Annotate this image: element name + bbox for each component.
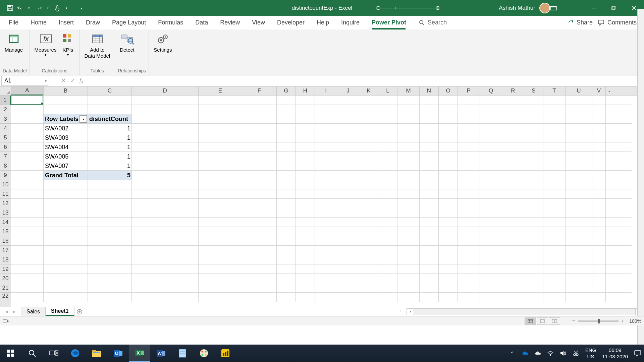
start-button[interactable] (0, 345, 21, 362)
pivot-row-label[interactable]: SWA007 (44, 161, 88, 171)
col-header-n[interactable]: N (420, 86, 439, 95)
file-explorer-icon[interactable] (86, 345, 107, 362)
row-header-15[interactable]: 15 (0, 227, 11, 236)
scroll-up-icon[interactable]: ▴ (606, 86, 612, 95)
cancel-formula-icon[interactable]: ✕ (61, 77, 66, 84)
tab-developer[interactable]: Developer (271, 16, 311, 29)
cells-area[interactable]: Row Labels ▾ distinctCount SWA002 1 SWA0… (11, 96, 644, 307)
share-button[interactable]: Share (568, 19, 593, 26)
name-box[interactable]: A1 ▾ (1, 76, 48, 86)
col-header-h[interactable]: H (296, 86, 315, 95)
formula-input[interactable] (87, 76, 636, 86)
row-header-3[interactable]: 3 (0, 114, 11, 124)
volume-icon[interactable] (560, 350, 567, 357)
excel-icon[interactable]: X (129, 345, 150, 362)
search-taskbar-icon[interactable] (21, 345, 43, 362)
task-view-icon[interactable] (43, 345, 64, 362)
pivot-row-label[interactable]: SWA003 (44, 133, 88, 142)
row-header-21[interactable]: 21 (0, 283, 11, 293)
zoom-level[interactable]: 100% (627, 318, 641, 324)
sheet-nav-next-icon[interactable]: ▸ (13, 308, 15, 315)
row-header-12[interactable]: 12 (0, 199, 11, 208)
col-header-m[interactable]: M (397, 86, 420, 95)
onedrive-icon[interactable] (522, 350, 528, 357)
action-center-icon[interactable] (634, 350, 641, 357)
row-header-14[interactable]: 14 (0, 218, 11, 227)
col-header-d[interactable]: D (132, 86, 199, 95)
sheet-tab-sales[interactable]: Sales (21, 307, 46, 316)
pivot-row-value[interactable]: 1 (88, 161, 132, 171)
measures-button[interactable]: fx Measures▾ (33, 31, 59, 61)
sheet-tab-sheet1[interactable]: Sheet1 (46, 307, 74, 316)
worksheet-grid[interactable]: A B C D E F G H I J K L M N O P Q R S T … (0, 86, 644, 307)
pivot-row-label[interactable]: SWA005 (44, 152, 88, 161)
row-header-1[interactable]: 1 (0, 96, 11, 105)
vertical-scrollbar[interactable]: ▾ (637, 96, 644, 307)
pivot-row-value[interactable]: 1 (88, 124, 132, 133)
touch-dropdown-icon[interactable]: ▾ (63, 5, 70, 11)
col-header-v[interactable]: V (592, 86, 606, 95)
col-header-p[interactable]: P (458, 86, 480, 95)
col-header-a[interactable]: A (11, 86, 44, 95)
qat-customize-icon[interactable]: ▾ (78, 5, 85, 11)
powerbi-icon[interactable] (215, 345, 236, 362)
title-zoom-widget[interactable] (376, 6, 439, 10)
new-sheet-button[interactable] (74, 307, 85, 316)
clock[interactable]: 06:09 11-03-2020 (602, 347, 628, 360)
namebox-dropdown-icon[interactable]: ▾ (45, 79, 47, 83)
row-header-18[interactable]: 18 (0, 255, 11, 264)
zoom-in-button[interactable]: + (621, 318, 625, 324)
horizontal-scrollbar[interactable] (414, 308, 635, 315)
row-header-19[interactable]: 19 (0, 264, 11, 274)
col-header-j[interactable]: J (337, 86, 359, 95)
col-header-i[interactable]: I (315, 86, 337, 95)
settings-button[interactable]: Settings (152, 31, 174, 61)
tab-inquire[interactable]: Inquire (335, 16, 366, 29)
fx-icon[interactable]: fx (79, 77, 84, 84)
hscroll-left-icon[interactable]: ◂ (407, 308, 414, 315)
macro-record-icon[interactable] (3, 318, 9, 324)
kpis-button[interactable]: KPIs▾ (59, 31, 76, 61)
zoom-out-button[interactable]: − (572, 317, 576, 324)
col-header-f[interactable]: F (242, 86, 277, 95)
detect-button[interactable]: Detect (118, 31, 136, 61)
tell-me-search[interactable]: Search (419, 19, 447, 26)
row-header-17[interactable]: 17 (0, 246, 11, 255)
tab-help[interactable]: Help (311, 16, 335, 29)
row-header-10[interactable]: 10 (0, 180, 11, 189)
normal-view-button[interactable] (525, 317, 536, 325)
col-header-t[interactable]: T (543, 86, 566, 95)
row-header-16[interactable]: 16 (0, 236, 11, 246)
row-header-4[interactable]: 4 (0, 124, 11, 133)
tab-insert[interactable]: Insert (53, 16, 80, 29)
maximize-button[interactable] (604, 0, 624, 16)
redo-icon[interactable] (36, 5, 42, 11)
touch-mode-icon[interactable] (54, 5, 61, 11)
row-header-2[interactable]: 2 (0, 105, 11, 114)
outlook-icon[interactable]: O (107, 345, 129, 362)
add-to-data-model-button[interactable]: Add toData Model (82, 31, 112, 61)
select-all-button[interactable] (0, 86, 11, 95)
col-header-u[interactable]: U (566, 86, 592, 95)
pivot-row-value[interactable]: 1 (88, 152, 132, 161)
snip-icon[interactable] (573, 350, 579, 357)
pivot-row-label[interactable]: SWA002 (44, 124, 88, 133)
notepad-icon[interactable] (172, 345, 193, 362)
row-header-20[interactable]: 20 (0, 274, 11, 283)
pivot-row-value[interactable]: 1 (88, 133, 132, 142)
tab-page-layout[interactable]: Page Layout (106, 16, 152, 29)
undo-icon[interactable] (17, 5, 23, 11)
tab-power-pivot[interactable]: Power Pivot (366, 16, 412, 29)
enter-formula-icon[interactable]: ✓ (70, 77, 75, 84)
row-header-9[interactable]: 9 (0, 171, 11, 180)
col-header-s[interactable]: S (524, 86, 543, 95)
row-header-8[interactable]: 8 (0, 161, 11, 171)
row-header-11[interactable]: 11 (0, 189, 11, 199)
pivot-header-value[interactable]: distinctCount (88, 114, 132, 124)
col-header-g[interactable]: G (277, 86, 296, 95)
tab-data[interactable]: Data (189, 16, 214, 29)
comments-button[interactable]: Comments (598, 19, 637, 26)
edge-icon[interactable] (64, 345, 86, 362)
undo-dropdown-icon[interactable]: ▾ (25, 5, 32, 11)
word-icon[interactable]: W (150, 345, 172, 362)
